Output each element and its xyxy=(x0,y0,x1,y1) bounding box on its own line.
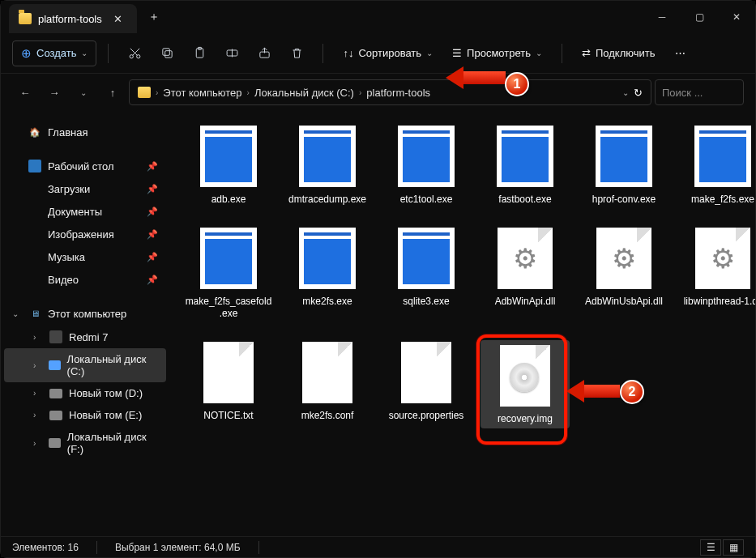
view-button[interactable]: ☰ Просмотреть ⌄ xyxy=(444,42,550,64)
sidebar-drive-item[interactable]: › Redmi 7 xyxy=(4,326,166,348)
file-icon xyxy=(401,342,451,403)
maximize-button[interactable]: ▢ xyxy=(681,1,718,33)
folder-icon xyxy=(19,13,32,24)
cut-button[interactable] xyxy=(120,40,149,67)
chevron-right-icon: › xyxy=(156,88,158,97)
file-item[interactable]: fastboot.exe xyxy=(481,124,570,207)
view-details-button[interactable]: ☰ xyxy=(700,539,721,556)
file-item[interactable]: dmtracedump.exe xyxy=(283,124,372,207)
connect-button[interactable]: ⇄ Подключить xyxy=(574,42,664,64)
drive-icon xyxy=(49,438,61,448)
folder-icon xyxy=(28,160,41,173)
more-button[interactable]: ⋯ xyxy=(667,42,694,64)
file-item[interactable]: source.properties xyxy=(382,340,471,429)
file-name: AdbWinApi.dll xyxy=(495,296,556,309)
pin-icon: 📌 xyxy=(147,207,158,217)
exe-icon xyxy=(398,126,455,187)
copy-button[interactable] xyxy=(152,40,182,67)
new-tab-button[interactable]: ＋ xyxy=(137,3,171,31)
sidebar-label: Новый том (E:) xyxy=(69,409,142,421)
sidebar-quick-item[interactable]: Музыка 📌 xyxy=(4,245,166,268)
chevron-right-icon: › xyxy=(33,361,42,370)
minimize-button[interactable]: ─ xyxy=(643,1,681,33)
monitor-icon: 🖥 xyxy=(28,307,41,320)
file-item[interactable]: NOTICE.txt xyxy=(184,340,273,429)
file-name: make_f2fs.exe xyxy=(691,194,754,207)
window-tab[interactable]: platform-tools ✕ xyxy=(9,4,137,33)
view-icon: ☰ xyxy=(452,47,462,59)
chevron-right-icon: › xyxy=(33,333,43,342)
file-item[interactable]: hprof-conv.exe xyxy=(579,124,668,207)
sidebar-home[interactable]: 🏠 Главная xyxy=(4,121,166,143)
file-area[interactable]: adb.exedmtracedump.exeetc1tool.exefastbo… xyxy=(169,111,755,536)
recent-button[interactable]: ⌄ xyxy=(70,79,96,105)
dll-icon: ⚙ xyxy=(596,228,651,289)
paste-button[interactable] xyxy=(185,40,214,67)
file-item[interactable]: adb.exe xyxy=(184,124,273,207)
create-button[interactable]: ⊕ Создать ⌄ xyxy=(12,40,96,66)
file-item[interactable]: ⚙AdbWinUsbApi.dll xyxy=(579,226,668,321)
view-icons-button[interactable]: ▦ xyxy=(723,539,744,556)
sidebar-quick-item[interactable]: Документы 📌 xyxy=(4,200,166,223)
title-bar: platform-tools ✕ ＋ ─ ▢ ✕ xyxy=(1,1,755,33)
file-item[interactable]: ⚙libwinpthread-1.dll xyxy=(678,226,755,321)
sidebar-label: Новый том (D:) xyxy=(69,387,143,399)
close-window-button[interactable]: ✕ xyxy=(718,1,755,33)
sidebar-drive-item[interactable]: › Локальный диск (C:) xyxy=(4,348,166,382)
file-name: libwinpthread-1.dll xyxy=(684,296,755,309)
toolbar: ⊕ Создать ⌄ ↑↓ Сортировать ⌄ ☰ Просмотре… xyxy=(1,33,755,74)
file-item[interactable]: make_f2fs.exe xyxy=(678,124,755,207)
sidebar-quick-item[interactable]: Загрузки 📌 xyxy=(4,177,166,200)
tab-close-button[interactable]: ✕ xyxy=(109,11,127,27)
sidebar-drive-item[interactable]: › Локальный диск (F:) xyxy=(4,426,166,460)
forward-button[interactable]: → xyxy=(41,79,67,105)
view-label: Просмотреть xyxy=(467,47,531,59)
exe-icon xyxy=(299,228,356,289)
sidebar-label: Главная xyxy=(48,126,88,138)
chevron-down-icon: ⌄ xyxy=(426,49,433,58)
sidebar-label: Локальный диск (C:) xyxy=(67,353,158,377)
sidebar-label: Redmi 7 xyxy=(69,331,108,343)
refresh-button[interactable]: ↻ xyxy=(634,87,643,99)
file-item[interactable]: sqlite3.exe xyxy=(382,226,471,321)
file-item[interactable]: mke2fs.exe xyxy=(283,226,372,321)
back-button[interactable]: ← xyxy=(12,79,38,105)
breadcrumb[interactable]: Локальный диск (C:) xyxy=(254,87,354,99)
file-name: dmtracedump.exe xyxy=(288,194,366,207)
sidebar-this-pc[interactable]: ⌄ 🖥 Этот компьютер xyxy=(4,302,166,325)
sidebar-label: Изображения xyxy=(48,228,114,241)
sidebar: 🏠 Главная Рабочий стол 📌 Загрузки 📌 Доку… xyxy=(1,111,169,536)
sidebar-quick-item[interactable]: Изображения 📌 xyxy=(4,223,166,245)
dll-icon: ⚙ xyxy=(498,228,553,289)
share-button[interactable] xyxy=(250,40,279,67)
sidebar-drive-item[interactable]: › Новый том (E:) xyxy=(4,404,166,426)
file-item[interactable]: ⚙AdbWinApi.dll xyxy=(481,226,570,321)
sidebar-label: Этот компьютер xyxy=(48,308,126,320)
chevron-right-icon: › xyxy=(33,439,42,448)
sidebar-label: Локальный диск (F:) xyxy=(67,431,158,455)
search-input[interactable]: Поиск ... xyxy=(655,79,744,105)
rename-button[interactable] xyxy=(217,40,246,67)
status-count: Элементов: 16 xyxy=(12,542,79,553)
delete-button[interactable] xyxy=(282,40,311,67)
folder-icon xyxy=(28,182,41,195)
sidebar-drive-item[interactable]: › Новый том (D:) xyxy=(4,382,166,404)
file-item[interactable]: etc1tool.exe xyxy=(382,124,471,207)
address-bar[interactable]: › Этот компьютер › Локальный диск (C:) ›… xyxy=(129,79,651,105)
pin-icon: 📌 xyxy=(147,275,158,285)
divider xyxy=(562,44,562,63)
folder-icon xyxy=(28,250,41,263)
create-label: Создать xyxy=(36,47,76,59)
breadcrumb[interactable]: platform-tools xyxy=(366,87,430,99)
sidebar-quick-item[interactable]: Видео 📌 xyxy=(4,268,166,291)
sort-button[interactable]: ↑↓ Сортировать ⌄ xyxy=(335,42,441,64)
file-name: make_f2fs_casefold.exe xyxy=(184,296,273,321)
sidebar-quick-item[interactable]: Рабочий стол 📌 xyxy=(4,155,166,177)
file-item[interactable]: make_f2fs_casefold.exe xyxy=(184,226,273,321)
file-item[interactable]: mke2fs.conf xyxy=(283,340,372,429)
up-button[interactable]: ↑ xyxy=(100,79,126,105)
breadcrumb[interactable]: Этот компьютер xyxy=(163,87,241,99)
file-item[interactable]: recovery.img xyxy=(481,340,570,429)
sidebar-label: Рабочий стол xyxy=(48,160,114,173)
chevron-down-icon[interactable]: ⌄ xyxy=(622,88,629,97)
